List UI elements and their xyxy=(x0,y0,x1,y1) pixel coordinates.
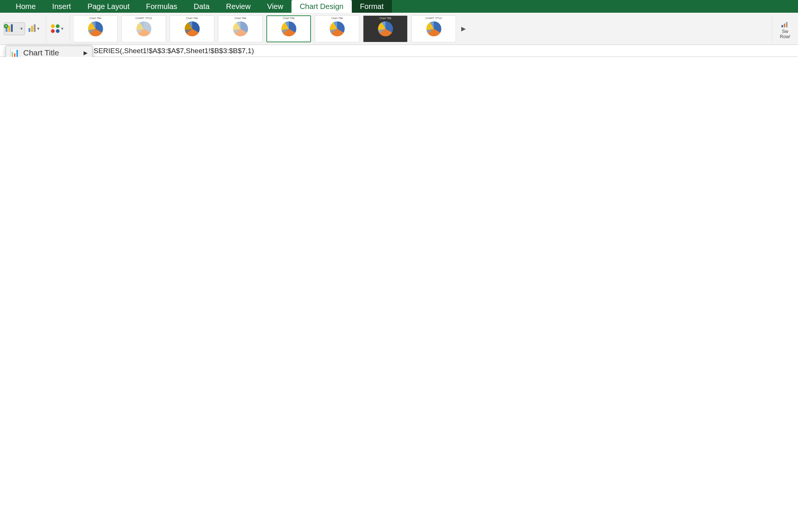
formula-bar-text: SERIES(,Sheet1!$A$3:$A$7,Sheet1!$B$3:$B$… xyxy=(94,47,254,55)
svg-rect-0 xyxy=(782,25,783,27)
chart-style-1[interactable]: Chart Title xyxy=(73,15,118,42)
tab-insert[interactable]: Insert xyxy=(44,0,79,13)
colors-icon xyxy=(51,24,60,33)
switch-icon xyxy=(780,18,791,29)
chevron-right-icon: ▶ xyxy=(84,50,88,56)
ribbon-toolbar: + ▼ ▼ ▼ Chart Title CHART TITLE Chart Ti… xyxy=(0,13,798,45)
quick-layout-icon xyxy=(28,24,36,33)
tab-view[interactable]: View xyxy=(259,0,291,13)
caret-down-icon: ▼ xyxy=(19,27,23,31)
svg-rect-1 xyxy=(784,24,785,27)
styles-more-button[interactable]: ▶ xyxy=(460,25,467,32)
chart-style-6[interactable]: Chart Title xyxy=(315,15,359,42)
add-chart-element-button[interactable]: + ▼ xyxy=(4,22,25,35)
caret-down-icon: ▼ xyxy=(60,27,64,31)
chart-style-8[interactable]: CHART TITLE xyxy=(411,15,456,42)
chart-style-4[interactable]: Chart Title xyxy=(218,15,263,42)
tab-review[interactable]: Review xyxy=(218,0,259,13)
tab-home[interactable]: Home xyxy=(7,0,44,13)
chart-style-2[interactable]: CHART TITLE xyxy=(121,15,166,42)
tab-chart-design[interactable]: Chart Design xyxy=(291,0,352,13)
switch-row-column-button[interactable]: Sw Row/ xyxy=(772,15,794,42)
add-chart-element-menu: 📊 Chart Title ▶ 📑 Data Labels ▶ ▦ Data T… xyxy=(6,46,93,57)
formula-bar[interactable]: SERIES(,Sheet1!$A$3:$A$7,Sheet1!$B$3:$B$… xyxy=(0,45,798,57)
menu-item-chart-title[interactable]: 📊 Chart Title ▶ xyxy=(6,46,92,57)
tab-formulas[interactable]: Formulas xyxy=(138,0,185,13)
chart-styles-gallery: Chart Title CHART TITLE Chart Title Char… xyxy=(73,15,769,42)
chart-style-3[interactable]: Chart Title xyxy=(170,15,214,42)
tab-page-layout[interactable]: Page Layout xyxy=(79,0,137,13)
tab-format[interactable]: Format xyxy=(352,0,392,13)
chart-title-icon: 📊 xyxy=(10,48,19,57)
quick-layout-button[interactable]: ▼ xyxy=(27,22,42,35)
ribbon-tabs: Home Insert Page Layout Formulas Data Re… xyxy=(0,0,798,13)
chart-style-5[interactable]: Chart Title xyxy=(266,15,311,42)
caret-down-icon: ▼ xyxy=(36,27,40,31)
chart-style-7[interactable]: Chart Title xyxy=(363,15,408,42)
change-colors-button[interactable]: ▼ xyxy=(49,22,66,35)
add-element-icon: + xyxy=(6,24,19,33)
svg-rect-2 xyxy=(786,22,788,27)
tab-data[interactable]: Data xyxy=(185,0,218,13)
